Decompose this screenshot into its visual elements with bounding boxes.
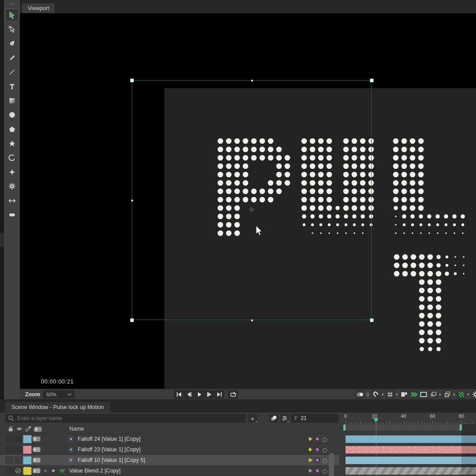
selection-handle[interactable] <box>370 78 374 82</box>
tool-capsule[interactable] <box>4 208 20 222</box>
tool-direct-select[interactable] <box>4 22 20 36</box>
layer-color-swatch[interactable] <box>23 467 32 475</box>
solo-radio-icon[interactable] <box>322 447 327 455</box>
current-frame-field[interactable]: F 21 <box>291 414 338 423</box>
tool-pentagon[interactable] <box>4 122 20 136</box>
timeline-bar[interactable] <box>346 457 476 464</box>
layer-color-swatch[interactable] <box>23 456 32 465</box>
layer-row[interactable]: Falloff 24 [Value 1] [Copy] <box>0 434 339 444</box>
layer-row[interactable]: Falloff 10 [Value 1] [Copy 5] <box>0 455 339 465</box>
solo-radio-icon[interactable] <box>322 436 327 444</box>
step-back-button[interactable] <box>184 390 193 398</box>
tool-text[interactable] <box>4 79 20 93</box>
jump-end-button[interactable] <box>215 390 224 398</box>
viewport-tab[interactable]: Viewport <box>22 4 55 13</box>
layer-row[interactable]: Value Blend 2 [Copy] <box>0 465 339 476</box>
snap-grid-dropdown-caret[interactable] <box>396 393 398 396</box>
viewport-canvas[interactable]: 00:00:00:21 <box>20 13 476 389</box>
timeline-bar[interactable] <box>346 467 476 475</box>
animated-property-icon[interactable] <box>314 446 320 454</box>
animated-property-icon[interactable] <box>314 436 320 444</box>
layer-tag-icon[interactable] <box>33 457 41 465</box>
lock-cell[interactable] <box>5 456 13 464</box>
playhead-marker[interactable] <box>373 418 379 422</box>
selection-box[interactable] <box>132 80 372 320</box>
onion-skin-button[interactable] <box>269 414 279 423</box>
visibility-cell[interactable] <box>14 456 22 464</box>
lock-icon[interactable] <box>7 426 14 434</box>
timeline-bar[interactable] <box>346 435 476 443</box>
eyedropper-icon[interactable] <box>25 426 31 434</box>
visibility-cell[interactable] <box>14 446 22 454</box>
keyframe-toggle-icon[interactable] <box>308 436 314 444</box>
visibility-cell[interactable] <box>14 467 22 475</box>
timeline-range-slider[interactable] <box>343 424 463 431</box>
eye-icon[interactable] <box>16 426 22 434</box>
solo-radio-icon[interactable] <box>322 457 327 465</box>
duplicate-dropdown-caret[interactable] <box>454 393 455 396</box>
panels-button[interactable] <box>400 390 409 399</box>
keyframe-toggle-icon[interactable] <box>308 446 314 454</box>
lock-cell[interactable] <box>5 467 13 475</box>
scene-window-tab[interactable]: Scene Window - Pulse lock up Motion <box>5 402 110 413</box>
zoom-select[interactable]: 60% <box>43 390 74 398</box>
layer-color-swatch[interactable] <box>23 435 32 443</box>
onion-skin-button[interactable] <box>356 390 364 399</box>
render-fast-forward-button[interactable] <box>409 390 418 399</box>
tool-move-horizontal[interactable] <box>4 193 20 208</box>
timeline-ruler[interactable]: 020406080 <box>343 413 476 424</box>
chevron-down-icon[interactable] <box>42 468 48 476</box>
selection-handle[interactable] <box>130 318 134 322</box>
layer-tag-icon[interactable] <box>33 436 41 444</box>
visibility-cell[interactable] <box>14 435 22 443</box>
selection-handle[interactable] <box>370 318 374 322</box>
selection-edge-handle[interactable] <box>131 200 133 201</box>
layer-color-swatch[interactable] <box>23 446 32 454</box>
frame-display-button[interactable] <box>419 390 428 399</box>
tool-arc[interactable] <box>4 151 20 165</box>
tool-pen[interactable] <box>4 37 20 51</box>
animated-property-icon[interactable] <box>314 457 320 465</box>
tool-line[interactable] <box>4 65 20 79</box>
step-forward-button[interactable] <box>205 390 214 398</box>
layer-row[interactable]: Falloff 23 [Value 1] [Copy] <box>0 444 339 455</box>
loop-button[interactable] <box>228 390 238 398</box>
lock-cell[interactable] <box>5 435 13 443</box>
layer-stack-button[interactable] <box>429 390 438 399</box>
settings-gear-button[interactable] <box>471 390 476 399</box>
solo-radio-icon[interactable] <box>322 468 327 476</box>
layer-tag-icon[interactable] <box>33 446 41 454</box>
vertical-scrollbar[interactable] <box>329 453 334 476</box>
layer-tag-icon[interactable] <box>33 468 41 476</box>
selection-edge-handle[interactable] <box>371 200 373 201</box>
tool-pencil[interactable] <box>4 51 20 65</box>
magnet-dropdown-caret[interactable] <box>382 393 384 396</box>
panel-collapse-handle[interactable] <box>0 233 4 247</box>
snap-grid-button[interactable] <box>386 390 394 399</box>
magnet-button[interactable] <box>372 390 380 399</box>
transparency-checker-dropdown-caret[interactable] <box>468 393 469 396</box>
toolbar-drag-handle[interactable] <box>4 0 20 8</box>
jump-start-button[interactable] <box>174 390 183 398</box>
tool-gradient[interactable] <box>4 93 20 108</box>
duplicate-button[interactable] <box>443 390 452 399</box>
selection-edge-handle[interactable] <box>251 320 253 321</box>
keyframe-toggle-icon[interactable] <box>308 457 314 465</box>
selection-handle[interactable] <box>130 78 134 82</box>
lock-cell[interactable] <box>5 446 13 454</box>
timeline-bar[interactable] <box>346 446 476 454</box>
tag-icon[interactable] <box>34 426 42 434</box>
tool-select[interactable] <box>4 8 20 22</box>
range-start-handle[interactable] <box>343 424 346 431</box>
transparency-checker-button[interactable] <box>457 390 466 399</box>
tool-sparkle[interactable] <box>4 165 20 179</box>
animated-property-icon[interactable] <box>314 468 320 476</box>
search-input[interactable] <box>16 415 246 422</box>
layer-stack-dropdown-caret[interactable] <box>439 393 441 396</box>
tool-star[interactable] <box>4 137 20 151</box>
tool-ellipse[interactable] <box>4 108 20 122</box>
add-layer-button[interactable]: + <box>248 414 257 423</box>
play-button[interactable] <box>194 390 204 398</box>
keyframe-toggle-icon[interactable] <box>308 468 314 476</box>
selection-edge-handle[interactable] <box>251 80 253 82</box>
